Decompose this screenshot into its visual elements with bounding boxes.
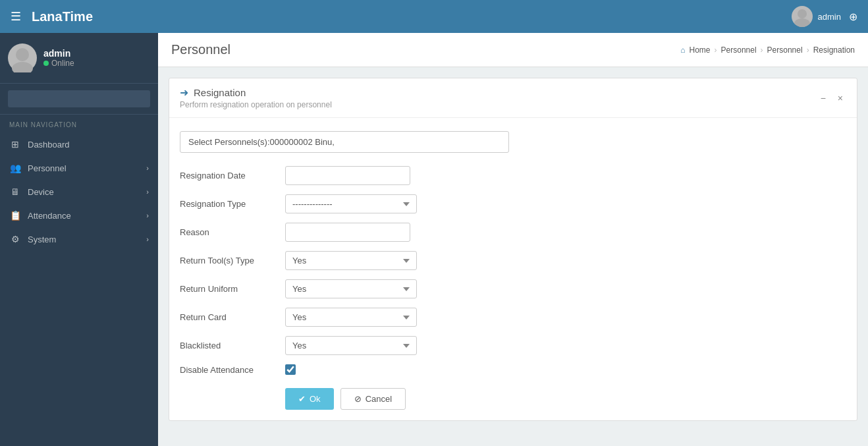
form-panel-title: ➜ Resignation — [180, 86, 332, 99]
top-user-avatar — [792, 6, 813, 27]
disable-attendance-label: Disable Attendance — [180, 365, 285, 375]
breadcrumb-resignation: Resignation — [813, 45, 855, 55]
resignation-date-input[interactable] — [285, 166, 410, 185]
sidebar-item-attendance[interactable]: 📋 Attendance › — [0, 204, 158, 227]
online-status-dot — [43, 61, 49, 66]
sidebar-user-name: admin — [43, 48, 74, 59]
page-header: Personnel ⌂ Home › Personnel › Personnel… — [158, 33, 868, 67]
sidebar-item-label: Device — [28, 187, 54, 197]
breadcrumb-personnel2: Personnel — [767, 45, 803, 55]
personnel-icon: 👥 — [9, 163, 21, 173]
brand-logo: LanaTime — [32, 9, 93, 24]
system-icon: ⚙ — [9, 234, 21, 244]
form-title-text: Resignation — [194, 87, 246, 98]
return-uniform-row: Return Uniform Yes No — [180, 279, 846, 298]
main-layout: admin Online MAIN NAVIGATION ⊞ Dashboard… — [0, 33, 868, 446]
personnel-select-bar — [180, 131, 846, 153]
minimize-button[interactable]: − — [817, 92, 829, 105]
arrow-right-icon: ➜ — [180, 86, 188, 99]
breadcrumb-personnel1: Personnel — [721, 45, 757, 55]
return-tools-select[interactable]: Yes No — [285, 251, 417, 270]
chevron-right-icon: › — [146, 211, 149, 219]
sidebar-item-label: Dashboard — [28, 140, 70, 150]
reason-row: Reason — [180, 223, 846, 242]
personnel-select-input[interactable] — [180, 131, 509, 153]
resignation-form-panel: ➜ Resignation Perform resignation operat… — [169, 78, 857, 421]
sidebar-item-dashboard[interactable]: ⊞ Dashboard — [0, 132, 158, 156]
top-nav-icons: admin ⊕ — [792, 6, 857, 27]
return-tools-label: Return Tool(s) Type — [180, 256, 285, 265]
return-card-label: Return Card — [180, 312, 285, 322]
content-area: Personnel ⌂ Home › Personnel › Personnel… — [158, 33, 868, 446]
sidebar-item-personnel[interactable]: 👥 Personnel › — [0, 156, 158, 180]
ok-checkmark-icon: ✔ — [298, 394, 306, 404]
top-user-info: admin — [792, 6, 841, 27]
close-button[interactable]: × — [834, 92, 846, 105]
sidebar-user-avatar — [8, 43, 37, 72]
svg-point-2 — [16, 48, 29, 61]
svg-point-0 — [798, 9, 807, 18]
return-uniform-select[interactable]: Yes No — [285, 279, 417, 298]
resignation-type-label: Resignation Type — [180, 199, 285, 209]
disable-attendance-row: Disable Attendance — [180, 364, 846, 375]
sidebar-user-status: Online — [43, 59, 74, 68]
sidebar-item-device[interactable]: 🖥 Device › — [0, 180, 158, 204]
resignation-date-label: Resignation Date — [180, 171, 285, 181]
sidebar-status-text: Online — [51, 59, 74, 68]
chevron-right-icon: › — [146, 164, 149, 172]
ok-button[interactable]: ✔ Ok — [285, 388, 334, 410]
breadcrumb-home: Home — [690, 45, 711, 55]
sidebar: admin Online MAIN NAVIGATION ⊞ Dashboard… — [0, 33, 158, 446]
dashboard-icon: ⊞ — [9, 139, 21, 150]
breadcrumb-sep: › — [807, 45, 809, 55]
hamburger-icon[interactable]: ☰ — [11, 9, 21, 24]
form-body: Resignation Date Resignation Type ------… — [169, 118, 857, 420]
breadcrumb: ⌂ Home › Personnel › Personnel › Resigna… — [680, 45, 855, 55]
sidebar-search-input[interactable] — [8, 90, 150, 107]
form-subtitle: Perform resignation operation on personn… — [180, 100, 332, 109]
cancel-button[interactable]: ⊘ Cancel — [340, 388, 406, 410]
resignation-type-select[interactable]: -------------- Voluntary Involuntary — [285, 194, 417, 213]
blacklisted-select[interactable]: Yes No — [285, 336, 417, 355]
chevron-right-icon: › — [146, 235, 149, 243]
brand-name-part1: Lana — [32, 9, 63, 24]
form-panel-header: ➜ Resignation Perform resignation operat… — [169, 78, 857, 118]
attendance-icon: 📋 — [9, 210, 21, 221]
resignation-type-row: Resignation Type -------------- Voluntar… — [180, 194, 846, 213]
panel-controls: − × — [817, 92, 846, 105]
cancel-button-label: Cancel — [366, 394, 392, 404]
blacklisted-row: Blacklisted Yes No — [180, 336, 846, 355]
sidebar-item-label: Personnel — [28, 163, 67, 173]
brand-name-part2: Time — [63, 9, 93, 24]
breadcrumb-sep: › — [715, 45, 717, 55]
device-icon: 🖥 — [9, 186, 21, 197]
reason-label: Reason — [180, 227, 285, 237]
nav-section-label: MAIN NAVIGATION — [0, 115, 158, 132]
sidebar-item-label: System — [28, 235, 56, 244]
cancel-circle-icon: ⊘ — [354, 394, 362, 404]
reason-input[interactable] — [285, 223, 410, 242]
sidebar-item-system[interactable]: ⚙ System › — [0, 227, 158, 251]
svg-point-3 — [12, 62, 33, 72]
page-title: Personnel — [171, 42, 231, 57]
return-card-select[interactable]: Yes No — [285, 308, 417, 327]
blacklisted-label: Blacklisted — [180, 341, 285, 350]
share-icon[interactable]: ⊕ — [849, 11, 857, 23]
top-navbar: ☰ LanaTime admin ⊕ — [0, 0, 868, 33]
sidebar-user-section: admin Online — [0, 33, 158, 84]
top-admin-label: admin — [818, 12, 841, 22]
svg-point-1 — [794, 18, 810, 27]
form-actions: ✔ Ok ⊘ Cancel — [180, 388, 846, 410]
breadcrumb-sep: › — [761, 45, 763, 55]
return-tools-row: Return Tool(s) Type Yes No — [180, 251, 846, 270]
return-card-row: Return Card Yes No — [180, 308, 846, 327]
sidebar-item-label: Attendance — [28, 211, 71, 221]
home-icon: ⌂ — [680, 45, 685, 55]
chevron-right-icon: › — [146, 188, 149, 196]
disable-attendance-checkbox[interactable] — [285, 364, 296, 375]
return-uniform-label: Return Uniform — [180, 284, 285, 294]
resignation-date-row: Resignation Date — [180, 166, 846, 185]
ok-button-label: Ok — [310, 394, 321, 404]
sidebar-search-box — [0, 84, 158, 115]
